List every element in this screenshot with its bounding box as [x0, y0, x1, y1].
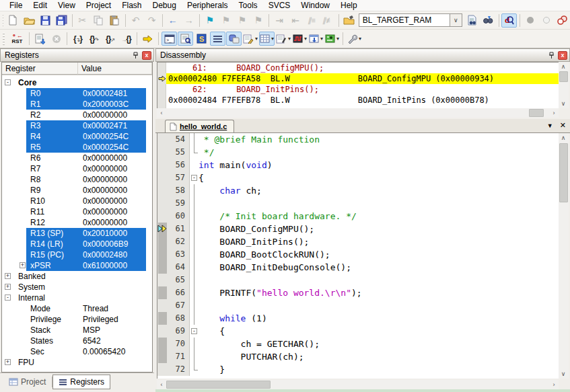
breakpoint-margin[interactable]: [157, 299, 168, 312]
breakpoint-margin[interactable]: [157, 274, 168, 286]
toggle-bookmark-button[interactable]: ⚑: [202, 13, 217, 28]
breakpoint-margin[interactable]: [157, 235, 168, 248]
next-bookmark-button[interactable]: ⚑: [218, 13, 234, 28]
fold-collapse-icon[interactable]: -: [191, 175, 197, 181]
code-line[interactable]: 61 BOARD_ConfigMPU();: [157, 223, 559, 235]
scroll-down-icon[interactable]: ∨: [559, 99, 568, 108]
call-stack-window-button[interactable]: [226, 32, 242, 46]
code-area[interactable]: 54 * @brief Main function55 */56int main…: [157, 133, 559, 379]
register-row[interactable]: R110x00000000: [2, 206, 152, 217]
menu-edit[interactable]: Edit: [28, 0, 52, 11]
indent-button[interactable]: ⇥: [272, 13, 287, 28]
scroll-down-icon[interactable]: ∨: [559, 369, 568, 379]
register-row[interactable]: ModeThread: [2, 303, 152, 314]
copy-button[interactable]: [91, 13, 106, 28]
new-file-button[interactable]: [5, 13, 21, 28]
editor-tab-hello-world[interactable]: hello_world.c: [165, 120, 234, 132]
run-button[interactable]: [32, 32, 48, 46]
collapse-icon[interactable]: -: [5, 79, 11, 85]
menu-tools[interactable]: Tools: [234, 0, 263, 11]
stop-button[interactable]: [48, 32, 64, 46]
collapse-icon[interactable]: -: [5, 295, 11, 301]
prev-bookmark-button[interactable]: ⚑: [234, 13, 250, 28]
code-line[interactable]: 63 BOARD_BootClockRUN();: [157, 248, 559, 261]
disassembly-window-button[interactable]: [178, 32, 193, 46]
register-row[interactable]: R30x00002471: [2, 120, 152, 131]
code-line[interactable]: 67: [157, 299, 559, 312]
register-row[interactable]: R10x2000003C: [2, 99, 152, 110]
reset-button[interactable]: ⚬← RST: [8, 31, 26, 46]
watch-window-button[interactable]: ▾: [242, 32, 258, 46]
scroll-left-icon[interactable]: ‹: [157, 108, 166, 118]
disassembly-instruction-line[interactable]: 0x00002480 F7FEFA58 BL.W BOARD_ConfigMPU…: [157, 73, 568, 84]
breakpoint-margin[interactable]: [157, 146, 168, 159]
code-line[interactable]: 69- {: [157, 325, 559, 338]
pin-icon[interactable]: [546, 50, 556, 60]
menu-help[interactable]: Help: [335, 0, 363, 11]
register-row[interactable]: R14 (LR)0x000006B9: [2, 239, 152, 249]
insert-breakpoint-button[interactable]: [522, 13, 538, 28]
trace-window-button[interactable]: ▾: [308, 32, 324, 46]
disassembly-instruction-line[interactable]: 0x00002484 F7FEFB78 BL.W BOARD_InitPins …: [157, 95, 568, 106]
breakpoint-margin[interactable]: [157, 210, 168, 223]
register-row[interactable]: R20x00000000: [2, 110, 152, 120]
save-all-button[interactable]: [54, 13, 69, 28]
register-row[interactable]: +System: [2, 282, 152, 292]
find-button[interactable]: [480, 13, 496, 28]
clear-bookmarks-button[interactable]: ⚑: [250, 13, 266, 28]
code-line[interactable]: 54 * @brief Main function: [157, 133, 559, 146]
step-into-button[interactable]: {↴}: [70, 32, 85, 46]
close-icon[interactable]: x: [558, 51, 567, 60]
code-line[interactable]: 55 */: [157, 146, 559, 159]
menu-debug[interactable]: Debug: [147, 0, 182, 11]
symbols-window-button[interactable]: S: [194, 32, 209, 46]
menu-file[interactable]: File: [4, 0, 28, 11]
analysis-window-button[interactable]: ▾: [292, 32, 308, 46]
toolbar-grip[interactable]: [3, 33, 6, 45]
register-row[interactable]: R100x00000000: [2, 196, 152, 206]
disassembly-content[interactable]: 61: BOARD_ConfigMPU();0x00002480 F7FEFA5…: [157, 62, 569, 108]
menu-svcs[interactable]: SVCS: [263, 0, 296, 11]
register-row[interactable]: R60x00000000: [2, 153, 152, 163]
column-register[interactable]: Register: [2, 63, 78, 75]
find-in-files-button[interactable]: [464, 13, 480, 28]
fold-collapse-icon[interactable]: -: [191, 328, 197, 334]
step-out-button[interactable]: {}↗: [102, 32, 118, 46]
step-over-button[interactable]: {}↷: [86, 32, 102, 46]
breakpoint-margin[interactable]: [157, 184, 168, 197]
column-value[interactable]: Value: [78, 63, 152, 75]
cut-button[interactable]: ✂: [75, 13, 90, 28]
expand-icon[interactable]: +: [5, 284, 11, 290]
editor-vscrollbar[interactable]: ∧ ∨: [559, 133, 569, 379]
register-row[interactable]: +FPU: [2, 357, 152, 368]
debug-toolbox-button[interactable]: ▾: [346, 32, 362, 46]
scroll-right-icon[interactable]: ›: [549, 380, 559, 389]
pin-icon[interactable]: [131, 50, 140, 60]
paste-button[interactable]: [107, 13, 122, 28]
register-row[interactable]: R70x00000000: [2, 163, 152, 174]
code-line[interactable]: 56int main(void): [157, 159, 559, 171]
scroll-up-icon[interactable]: ∧: [559, 133, 568, 143]
scroll-right-icon[interactable]: ›: [549, 108, 559, 118]
scroll-left-icon[interactable]: ‹: [157, 380, 166, 389]
register-row[interactable]: -Internal: [2, 292, 152, 303]
navigate-back-button[interactable]: ←: [165, 13, 180, 28]
toolbar-grip[interactable]: [3, 14, 3, 26]
register-row[interactable]: StackMSP: [2, 325, 152, 336]
breakpoint-margin[interactable]: [157, 171, 168, 184]
register-row[interactable]: R15 (PC)0x00002480: [2, 249, 152, 260]
configure-target-button[interactable]: [341, 13, 357, 28]
code-line[interactable]: 72 }: [157, 363, 559, 376]
code-line[interactable]: 59: [157, 197, 559, 210]
register-row[interactable]: Sec0.00065420: [2, 346, 152, 357]
breakpoint-margin[interactable]: [157, 312, 168, 325]
tab-list-dropdown-icon[interactable]: ▼: [547, 122, 553, 129]
breakpoint-margin[interactable]: [157, 350, 168, 363]
expand-icon[interactable]: +: [20, 262, 26, 268]
code-line[interactable]: 64 BOARD_InitDebugConsole();: [157, 261, 559, 274]
code-line[interactable]: 70 ch = GETCHAR();: [157, 338, 559, 350]
tab-registers[interactable]: Registers: [52, 375, 110, 389]
kill-all-breakpoints-button[interactable]: [555, 13, 570, 28]
system-viewer-button[interactable]: ▾: [324, 32, 340, 46]
enable-disable-breakpoint-button[interactable]: [538, 13, 554, 28]
